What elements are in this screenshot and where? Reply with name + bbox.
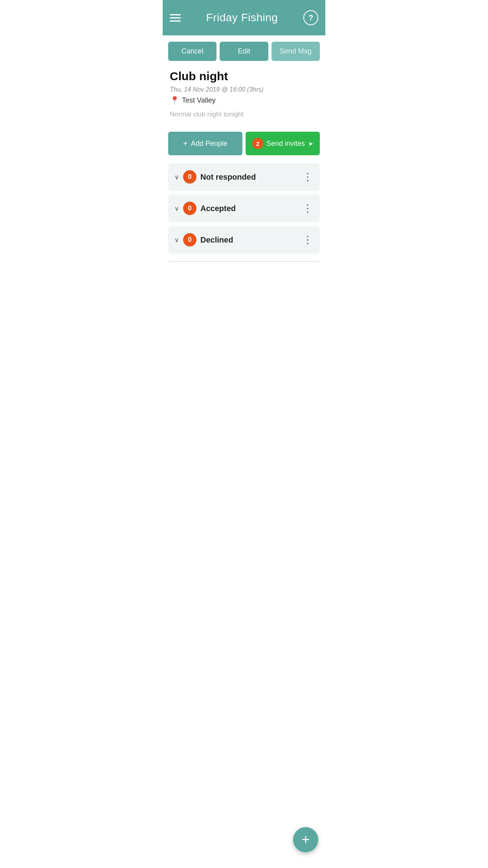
send-msg-button[interactable]: Send Msg <box>272 42 320 61</box>
people-invite-row: + Add People 2 Send invites ➤ <box>163 132 325 163</box>
not-responded-badge: 0 <box>183 170 196 184</box>
response-sections: ∨ 0 Not responded ⋮ ∨ 0 Accepted ⋮ ∨ 0 D… <box>163 163 325 254</box>
send-invites-label: Send invites <box>266 140 305 148</box>
invite-count-badge: 2 <box>252 138 263 149</box>
chevron-down-icon: ∨ <box>174 173 179 181</box>
declined-label: Declined <box>200 235 233 245</box>
header-title: Friday Fishing <box>206 11 278 24</box>
menu-icon[interactable] <box>170 14 181 22</box>
more-options-icon[interactable]: ⋮ <box>303 237 314 243</box>
accepted-badge: 0 <box>183 202 196 215</box>
section-divider <box>168 261 320 262</box>
event-title: Club night <box>170 70 318 83</box>
chevron-down-icon: ∨ <box>174 205 179 212</box>
header: Friday Fishing ? <box>163 0 325 35</box>
add-people-label: Add People <box>191 140 227 148</box>
event-location: 📍 Test Valley <box>170 96 318 105</box>
chevron-down-icon: ∨ <box>174 236 179 244</box>
declined-badge: 0 <box>183 233 196 246</box>
action-buttons-row: Cancel Edit Send Msg <box>163 35 325 67</box>
declined-section[interactable]: ∨ 0 Declined ⋮ <box>168 226 320 254</box>
more-options-icon[interactable]: ⋮ <box>303 206 314 211</box>
event-description: Normal club night tonight <box>170 110 318 118</box>
location-icon: 📍 <box>170 96 180 105</box>
not-responded-left: ∨ 0 Not responded <box>174 170 256 184</box>
accepted-section[interactable]: ∨ 0 Accepted ⋮ <box>168 195 320 222</box>
declined-left: ∨ 0 Declined <box>174 233 233 246</box>
event-datetime: Thu, 14 Nov 2019 @ 16:00 (3hrs) <box>170 86 318 93</box>
event-details: Club night Thu, 14 Nov 2019 @ 16:00 (3hr… <box>163 67 325 132</box>
send-icon: ➤ <box>308 140 313 147</box>
accepted-label: Accepted <box>200 204 236 213</box>
edit-button[interactable]: Edit <box>220 42 268 61</box>
plus-icon: + <box>183 139 188 148</box>
not-responded-label: Not responded <box>200 173 256 182</box>
event-location-text: Test Valley <box>182 96 216 105</box>
more-options-icon[interactable]: ⋮ <box>303 175 314 180</box>
accepted-left: ∨ 0 Accepted <box>174 202 236 215</box>
not-responded-section[interactable]: ∨ 0 Not responded ⋮ <box>168 163 320 191</box>
cancel-button[interactable]: Cancel <box>168 42 216 61</box>
add-people-button[interactable]: + Add People <box>168 132 242 155</box>
send-invites-button[interactable]: 2 Send invites ➤ <box>246 132 320 155</box>
help-button[interactable]: ? <box>303 10 318 25</box>
